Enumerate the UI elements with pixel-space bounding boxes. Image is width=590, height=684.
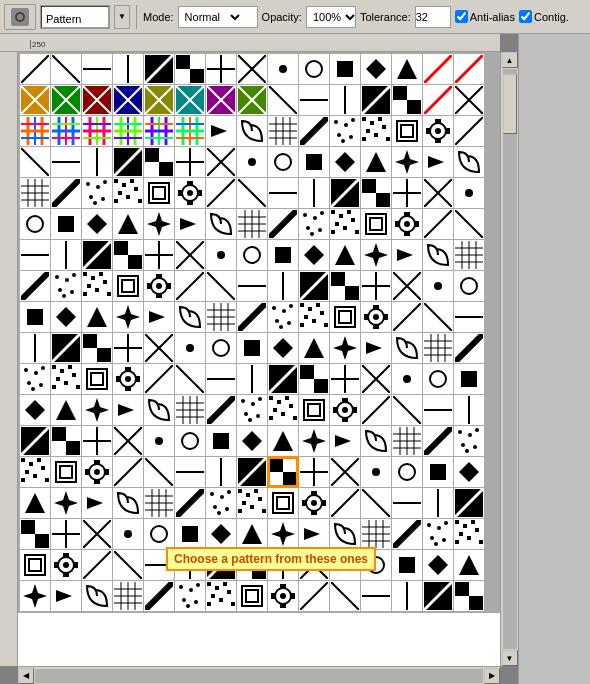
pattern-cell[interactable] (144, 519, 174, 549)
pattern-cell[interactable] (361, 519, 391, 549)
pattern-cell[interactable] (392, 240, 422, 270)
pattern-cell[interactable] (206, 581, 236, 611)
pattern-cell[interactable] (454, 364, 484, 394)
pattern-cell[interactable] (268, 147, 298, 177)
pattern-cell[interactable] (113, 271, 143, 301)
pattern-cell[interactable] (113, 178, 143, 208)
pattern-cell[interactable] (361, 85, 391, 115)
pattern-cell[interactable] (423, 457, 453, 487)
pattern-cell[interactable] (268, 85, 298, 115)
pattern-cell[interactable] (299, 302, 329, 332)
pattern-cell[interactable] (268, 54, 298, 84)
pattern-cell[interactable] (113, 116, 143, 146)
pattern-cell[interactable] (392, 147, 422, 177)
pattern-cell[interactable] (144, 271, 174, 301)
mode-select[interactable]: Normal Dissolve Multiply Screen (181, 10, 243, 24)
pattern-cell[interactable] (361, 209, 391, 239)
pattern-cell[interactable] (330, 85, 360, 115)
pattern-cell[interactable] (268, 271, 298, 301)
pattern-cell[interactable] (206, 426, 236, 456)
pattern-cell[interactable] (175, 85, 205, 115)
pattern-cell[interactable] (206, 364, 236, 394)
pattern-cell[interactable] (237, 302, 267, 332)
pattern-cell[interactable] (423, 581, 453, 611)
pattern-cell[interactable] (237, 581, 267, 611)
pattern-cell[interactable] (361, 302, 391, 332)
pattern-cell[interactable] (51, 116, 81, 146)
pattern-cell[interactable] (51, 395, 81, 425)
pattern-cell[interactable] (330, 550, 360, 580)
pattern-cell[interactable] (361, 426, 391, 456)
pattern-cell[interactable] (82, 550, 112, 580)
pattern-cell[interactable] (454, 519, 484, 549)
pattern-cell[interactable] (454, 395, 484, 425)
pattern-cell[interactable] (20, 333, 50, 363)
pattern-cell[interactable] (237, 333, 267, 363)
scroll-down-btn[interactable]: ▼ (502, 650, 518, 666)
pattern-cell[interactable] (423, 240, 453, 270)
opacity-select-box[interactable]: 100% 75% 50% 25% (306, 6, 356, 28)
pattern-cell[interactable] (392, 457, 422, 487)
pattern-cell[interactable] (113, 85, 143, 115)
pattern-cell[interactable] (454, 147, 484, 177)
pattern-cell[interactable] (330, 271, 360, 301)
pattern-cell[interactable] (113, 240, 143, 270)
pattern-cell[interactable] (237, 209, 267, 239)
anti-alias-checkbox[interactable] (455, 10, 468, 23)
scroll-thumb-right[interactable] (503, 74, 517, 134)
pattern-cell[interactable] (330, 457, 360, 487)
pattern-cell[interactable] (82, 302, 112, 332)
pattern-cell[interactable] (206, 54, 236, 84)
pattern-cell[interactable] (206, 457, 236, 487)
contiguous-checkbox[interactable] (519, 10, 532, 23)
pattern-cell[interactable] (299, 85, 329, 115)
pattern-cell[interactable] (82, 54, 112, 84)
pattern-cell[interactable] (268, 209, 298, 239)
pattern-cell[interactable] (423, 147, 453, 177)
pattern-cell[interactable] (51, 85, 81, 115)
pattern-cell[interactable] (268, 519, 298, 549)
pattern-cell[interactable] (175, 364, 205, 394)
pattern-cell[interactable] (175, 209, 205, 239)
pattern-cell[interactable] (206, 395, 236, 425)
pattern-cell[interactable] (330, 333, 360, 363)
pattern-cell[interactable] (454, 302, 484, 332)
pattern-cell[interactable] (144, 426, 174, 456)
pattern-cell[interactable] (51, 333, 81, 363)
pattern-cell[interactable] (206, 271, 236, 301)
pattern-cell[interactable] (423, 488, 453, 518)
scroll-up-btn[interactable]: ▲ (502, 52, 518, 68)
pattern-cell[interactable] (206, 178, 236, 208)
pattern-cell[interactable] (361, 147, 391, 177)
pattern-cell[interactable] (330, 240, 360, 270)
pattern-cell[interactable] (51, 581, 81, 611)
scrollbar-bottom[interactable]: ◀ ▶ (18, 666, 500, 684)
pattern-cell[interactable] (237, 426, 267, 456)
pattern-cell[interactable] (82, 581, 112, 611)
pattern-cell[interactable] (175, 240, 205, 270)
pattern-cell[interactable] (423, 550, 453, 580)
pattern-cell[interactable] (175, 550, 205, 580)
pattern-cell[interactable] (361, 581, 391, 611)
pattern-cell[interactable] (454, 333, 484, 363)
pattern-cell[interactable] (175, 426, 205, 456)
pattern-cell[interactable] (144, 395, 174, 425)
pattern-cell[interactable] (144, 240, 174, 270)
pattern-cell[interactable] (206, 85, 236, 115)
pattern-cell[interactable] (361, 271, 391, 301)
pattern-cell[interactable] (268, 240, 298, 270)
pattern-cell[interactable] (20, 271, 50, 301)
pattern-cell[interactable] (237, 85, 267, 115)
pattern-cell[interactable] (268, 395, 298, 425)
pattern-cell[interactable] (175, 147, 205, 177)
pattern-cell[interactable] (51, 240, 81, 270)
pattern-cell[interactable] (51, 302, 81, 332)
pattern-cell[interactable] (454, 581, 484, 611)
pattern-cell[interactable] (51, 488, 81, 518)
pattern-cell[interactable] (237, 54, 267, 84)
pattern-cell[interactable] (206, 147, 236, 177)
pattern-cell[interactable] (423, 519, 453, 549)
pattern-cell[interactable] (299, 488, 329, 518)
opacity-select[interactable]: 100% 75% 50% 25% (309, 10, 358, 24)
pattern-cell[interactable] (144, 209, 174, 239)
